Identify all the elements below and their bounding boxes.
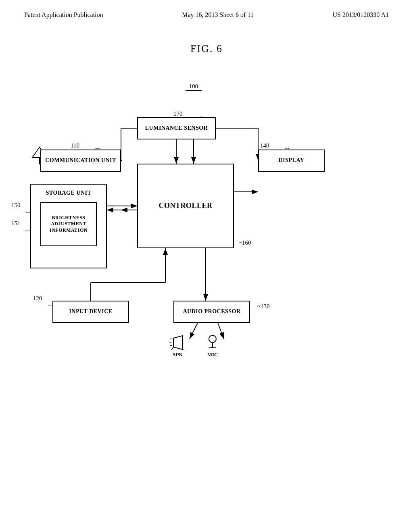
mic-label: MIC <box>207 351 218 358</box>
ref-140: 140 <box>260 142 269 149</box>
svg-line-27 <box>171 347 173 350</box>
svg-line-19 <box>218 323 224 339</box>
svg-marker-23 <box>173 336 182 349</box>
controller-box: CONTROLLER <box>137 164 234 248</box>
brightness-info-box: BRIGHTNESS ADJUSTMENT INFORMATION <box>40 202 97 246</box>
figure-title: FIG. 6 <box>0 43 413 55</box>
ref-110: 110 <box>71 142 79 149</box>
ref-170: 170 <box>173 110 183 117</box>
speaker-icon <box>169 335 186 350</box>
svg-point-29 <box>209 335 216 343</box>
spk-mic-area: SPK MIC <box>169 335 219 358</box>
microphone-icon <box>206 335 219 350</box>
page-header: Patent Application Publication May 16, 2… <box>0 0 413 19</box>
header-right: US 2013/0120330 A1 <box>332 11 389 19</box>
display-box: DISPLAY <box>258 150 325 172</box>
svg-line-28 <box>182 349 184 350</box>
brightness-info-label: BRIGHTNESS ADJUSTMENT INFORMATION <box>50 215 88 234</box>
input-device-box: INPUT DEVICE <box>52 301 129 323</box>
ref-100: 100 <box>186 83 202 91</box>
audio-processor-box: AUDIO PROCESSOR <box>173 301 250 323</box>
ref-151: 151 <box>11 220 21 227</box>
ref-130: ~130 <box>257 303 270 310</box>
communication-unit-box: COMMUNICATION UNIT <box>40 150 121 172</box>
header-left: Patent Application Publication <box>24 11 103 19</box>
diagram: 100 170 ⌒ 110 ⌒ 140 ⌒ 150 ⌒ 151 ⌒ ~160 1… <box>0 59 413 502</box>
spk-label: SPK <box>173 351 183 358</box>
mic-unit: MIC <box>206 335 219 358</box>
luminance-sensor-box: LUMINANCE SENSOR <box>137 117 216 139</box>
header-center: May 16, 2013 Sheet 6 of 11 <box>182 11 254 19</box>
ref-150: 150 <box>11 202 21 209</box>
ref-120: 120 <box>33 295 42 302</box>
spk-unit: SPK <box>169 335 186 358</box>
ref-160: ~160 <box>239 239 251 246</box>
